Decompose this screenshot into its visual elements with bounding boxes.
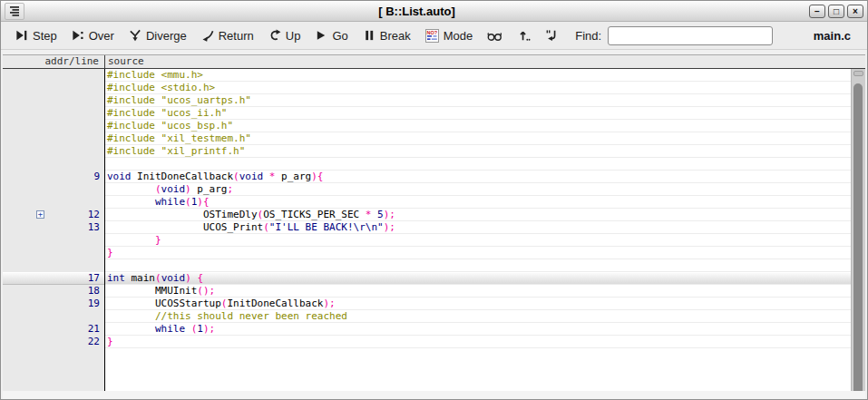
close-button[interactable]: × [847,5,863,18]
code-line: OSTimeDly(OS_TICKS_PER_SEC * 5); [105,209,851,221]
arrow-down-icon [545,29,559,42]
code-row[interactable]: } [3,234,851,247]
step-button[interactable]: Step [8,24,64,46]
code-line: UCOSStartup(InitDoneCallback); [105,298,851,310]
code-line: #include <stdio.h> [105,82,851,94]
code-row[interactable]: 19 UCOSStartup(InitDoneCallback); [3,298,851,310]
mode-icon: NO? [425,29,439,43]
minimize-button[interactable]: − [809,5,825,18]
code-row[interactable]: #include "ucos_ii.h" [3,107,851,120]
over-label: Over [89,29,114,43]
line-gutter [3,132,105,145]
line-gutter [3,247,105,259]
window-title: [ B::List.auto] [24,5,809,18]
code-row[interactable]: #include "ucos_bsp.h" [3,120,851,132]
arrow-up-icon [517,29,531,42]
code-line [105,259,851,272]
code-line: MMUInit(); [105,285,851,298]
code-line: #include <mmu.h> [105,69,851,82]
code-row[interactable]: (void) p_arg; [3,183,851,196]
window-controls: − □ × [809,5,863,18]
go-button[interactable]: Go [307,24,355,46]
diverge-label: Diverge [146,29,187,43]
step-icon [15,29,28,42]
view-button[interactable] [480,24,510,46]
code-line: UCOS_Print("I'LL BE BACK!\r\n"); [105,221,851,234]
code-body: #include <mmu.h>#include <stdio.h>#inclu… [3,69,865,391]
code-line: #include "xil_testmem.h" [105,132,851,145]
code-row[interactable]: 22} [3,336,851,348]
titlebar[interactable]: [ B::List.auto] − □ × [1,1,867,22]
code-row[interactable]: 18 MMUInit(); [3,285,851,298]
code-row[interactable]: 13 UCOS_Print("I'LL BE BACK!\r\n"); [3,221,851,234]
code-row[interactable]: 9void InitDoneCallback(void * p_arg){ [3,171,851,183]
code-rows[interactable]: #include <mmu.h>#include <stdio.h>#inclu… [3,69,851,391]
code-row[interactable]: //this should never been reached [3,310,851,323]
code-row[interactable]: #include "xil_testmem.h" [3,132,851,145]
line-gutter [3,158,105,171]
line-gutter [3,234,105,247]
up-label: Up [286,29,301,43]
line-gutter [3,310,105,323]
find-prev-button[interactable] [510,24,538,46]
code-line [105,158,851,171]
expand-toggle[interactable]: + [36,210,44,219]
return-label: Return [219,29,254,43]
code-line: } [105,234,851,247]
code-row[interactable]: +12 OSTimeDly(OS_TICKS_PER_SEC * 5); [3,209,851,221]
line-gutter: 13 [3,221,105,234]
trace32-list-window: [ B::List.auto] − □ × Step Over Diverge [0,0,868,400]
break-button[interactable]: Break [356,24,418,46]
window-menu-button[interactable] [5,3,24,20]
code-line: //this should never been reached [105,310,851,323]
up-icon [268,29,281,42]
line-gutter [3,82,105,94]
find-next-button[interactable] [538,24,566,46]
code-line: (void) p_arg; [105,183,851,196]
go-icon [315,29,327,42]
line-gutter: 9 [3,171,105,183]
step-label: Step [33,29,57,43]
code-row[interactable] [3,158,851,171]
over-button[interactable]: Over [64,24,122,46]
line-gutter: 19 [3,298,105,310]
code-line: } [105,336,851,348]
over-icon [72,29,84,42]
line-gutter [3,120,105,132]
code-line: #include "ucos_uartps.h" [105,94,851,107]
code-row[interactable]: 17int main(void) { [3,272,851,285]
eyeglasses-icon [487,29,502,42]
code-row[interactable]: #include "xil_printf.h" [3,145,851,158]
line-number: 13 [88,221,100,233]
code-row[interactable]: } [3,247,851,259]
diverge-icon [129,29,141,42]
line-gutter: +12 [3,209,105,221]
line-gutter [3,196,105,209]
vertical-scrollbar[interactable] [851,69,865,391]
scrollbar-grip[interactable] [853,71,863,76]
up-button[interactable]: Up [261,24,308,46]
code-row[interactable]: #include <mmu.h> [3,69,851,82]
code-row[interactable]: #include <stdio.h> [3,82,851,94]
line-gutter [3,94,105,107]
find-input[interactable] [608,26,773,45]
code-row[interactable]: #include "ucos_uartps.h" [3,94,851,107]
return-button[interactable]: Return [194,24,261,46]
break-label: Break [380,29,411,43]
code-line: void InitDoneCallback(void * p_arg){ [105,171,851,183]
line-number: 19 [88,298,100,309]
line-number: 22 [88,336,100,347]
line-gutter: 18 [3,285,105,298]
diverge-button[interactable]: Diverge [122,24,194,46]
mode-button[interactable]: NO? Mode [418,24,481,46]
line-gutter: 21 [3,323,105,336]
code-line: } [105,247,851,259]
code-row[interactable]: 21 while (1); [3,323,851,336]
code-row[interactable] [3,259,851,272]
maximize-button[interactable]: □ [828,5,844,18]
go-label: Go [332,29,347,43]
scrollbar-thumb[interactable] [853,83,863,391]
line-gutter: 22 [3,336,105,348]
code-line: while (1); [105,323,851,336]
code-row[interactable]: while(1){ [3,196,851,209]
